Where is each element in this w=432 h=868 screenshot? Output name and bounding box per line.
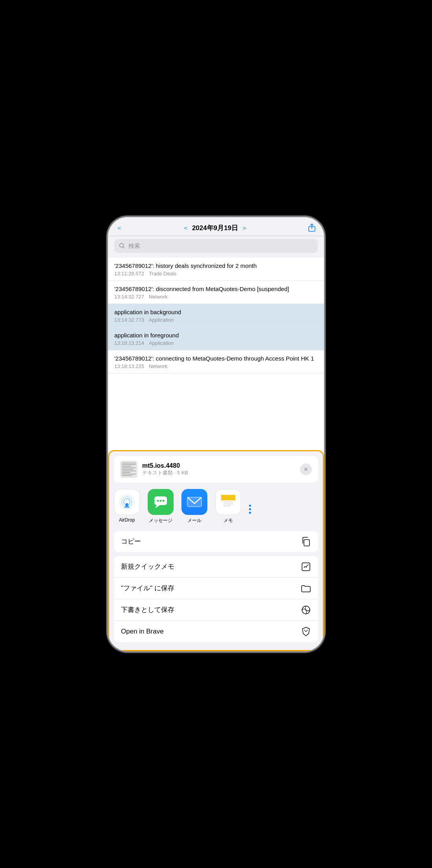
mail-label: メール — [187, 517, 201, 524]
save-files-action[interactable]: "ファイル" に保存 — [114, 578, 318, 599]
copy-icon — [301, 537, 311, 547]
log-category-1: Trade Deals — [149, 271, 176, 277]
log-time-2: 13:14:32.727 — [114, 294, 144, 300]
copy-label: コピー — [121, 537, 141, 546]
file-thumbnail — [120, 461, 137, 478]
apps-row: AirDrop メッセージ — [109, 483, 323, 527]
svg-marker-9 — [155, 505, 160, 508]
copy-action[interactable]: コピー — [114, 531, 318, 552]
back-button[interactable]: ＜ — [116, 223, 123, 233]
airdrop-icon — [114, 489, 140, 515]
svg-line-3 — [123, 247, 125, 249]
open-brave-action[interactable]: Open in Brave — [114, 621, 318, 642]
svg-point-12 — [163, 500, 165, 502]
airdrop-label: AirDrop — [119, 517, 135, 523]
more-apps — [249, 489, 251, 524]
folder-icon — [301, 583, 311, 593]
share-sheet: mt5.ios.4480 テキスト書類 · 5 KB ✕ — [108, 450, 324, 651]
wordpress-icon — [301, 605, 311, 615]
log-time-1: 13:11:29.572 — [114, 271, 144, 277]
svg-rect-21 — [304, 540, 309, 546]
search-placeholder: 検索 — [128, 242, 140, 250]
log-time-4: 13:18:13.214 — [114, 340, 144, 346]
log-title-4: application in foreground — [114, 331, 318, 339]
svg-rect-17 — [221, 495, 235, 500]
mail-icon — [181, 489, 207, 515]
back-chevron-icon: ＜ — [116, 223, 123, 233]
header-title: ＜ 2024年9月19日 ＞ — [182, 223, 248, 233]
notes-icon — [215, 489, 241, 515]
svg-point-11 — [160, 500, 162, 502]
app-messages[interactable]: メッセージ — [148, 489, 174, 524]
messages-icon — [148, 489, 174, 515]
messages-label: メッセージ — [149, 517, 172, 524]
log-title-5: '23456789012': connecting to MetaQuotes-… — [114, 354, 318, 363]
save-draft-label: 下書きとして保存 — [121, 605, 174, 614]
log-title-3: application in background — [114, 308, 318, 316]
app-airdrop[interactable]: AirDrop — [114, 489, 140, 524]
search-bar: 検索 — [108, 236, 324, 258]
file-name: mt5.ios.4480 — [142, 462, 188, 469]
save-files-label: "ファイル" に保存 — [121, 584, 174, 593]
svg-point-10 — [157, 500, 159, 502]
prev-day-button[interactable]: ＜ — [182, 223, 189, 233]
open-brave-label: Open in Brave — [121, 628, 164, 635]
log-item-1[interactable]: '23456789012': history deals synchronize… — [108, 258, 324, 281]
quick-note-icon — [301, 562, 311, 572]
search-icon — [119, 243, 125, 249]
log-title-2: '23456789012': disconnected from MetaQuo… — [114, 285, 318, 293]
next-day-button[interactable]: ＞ — [241, 223, 248, 233]
quick-note-action[interactable]: 新規クイックメモ — [114, 556, 318, 578]
search-input[interactable]: 検索 — [114, 239, 318, 253]
log-time-3: 13:14:32.773 — [114, 317, 144, 323]
svg-point-25 — [307, 630, 308, 630]
close-button[interactable]: ✕ — [300, 463, 312, 475]
log-item-5[interactable]: '23456789012': connecting to MetaQuotes-… — [108, 350, 324, 374]
log-item-3[interactable]: application in background 13:14:32.773 A… — [108, 304, 324, 327]
log-category-3: Application — [149, 317, 174, 323]
copy-section: コピー — [114, 531, 318, 552]
svg-point-24 — [304, 630, 305, 630]
app-notes[interactable]: メモ — [215, 489, 241, 524]
log-category-2: Network — [149, 294, 168, 300]
save-draft-action[interactable]: 下書きとして保存 — [114, 599, 318, 621]
app-mail[interactable]: メール — [181, 489, 207, 524]
log-list: '23456789012': history deals synchronize… — [108, 258, 324, 374]
header: ＜ ＜ 2024年9月19日 ＞ — [108, 217, 324, 236]
log-title-1: '23456789012': history deals synchronize… — [114, 262, 318, 270]
share-button[interactable] — [308, 223, 316, 232]
file-subtitle: テキスト書類 · 5 KB — [142, 469, 188, 476]
svg-point-2 — [120, 244, 124, 247]
brave-icon — [301, 626, 311, 637]
log-item-4[interactable]: application in foreground 13:18:13.214 A… — [108, 327, 324, 350]
quick-note-label: 新規クイックメモ — [121, 562, 174, 571]
notes-label: メモ — [223, 517, 233, 524]
log-time-5: 13:18:13.225 — [114, 363, 144, 369]
log-category-4: Application — [149, 340, 174, 346]
actions-section: 新規クイックメモ "ファイル" に保存 下書きとして保存 — [114, 556, 318, 642]
file-preview: mt5.ios.4480 テキスト書類 · 5 KB ✕ — [114, 456, 318, 483]
log-category-5: Network — [149, 363, 168, 369]
log-item-2[interactable]: '23456789012': disconnected from MetaQuo… — [108, 281, 324, 304]
